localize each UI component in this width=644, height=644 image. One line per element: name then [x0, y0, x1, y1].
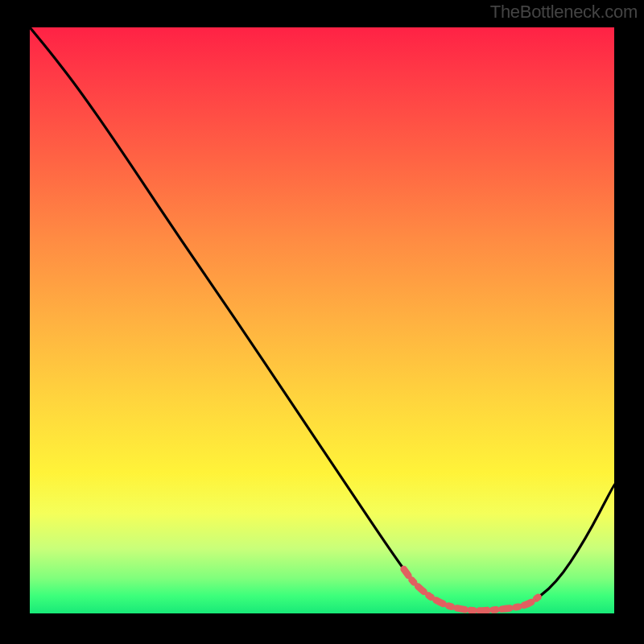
chart-frame: TheBottleneck.com [0, 0, 644, 644]
plot-gradient-background [30, 27, 614, 613]
watermark-text: TheBottleneck.com [490, 2, 638, 23]
